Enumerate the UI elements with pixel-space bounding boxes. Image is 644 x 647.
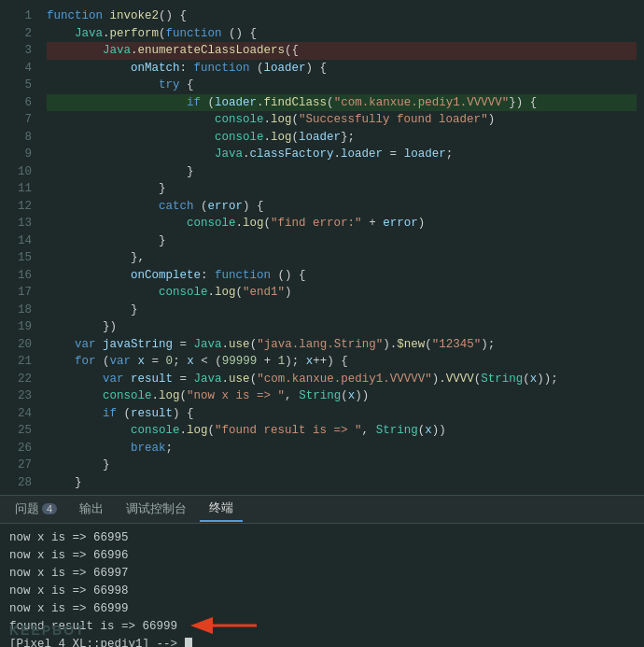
terminal-line: now x is => 66995 <box>9 529 635 547</box>
code-line: onMatch: function (loader) { <box>47 60 637 77</box>
code-line: onComplete: function () { <box>47 267 637 285</box>
terminal-line: now x is => 66996 <box>9 547 635 565</box>
code-line: console.log("find error:" + error) <box>47 215 637 232</box>
terminal-line: now x is => 66998 <box>9 583 635 600</box>
code-line: catch (error) { <box>47 198 637 216</box>
code-line: if (result) { <box>47 405 637 423</box>
terminal-line: [Pixel 4 XL::pediy1] --> <box>9 636 635 647</box>
code-line: } <box>47 302 637 319</box>
tab-问题[interactable]: 问题4 <box>6 498 66 521</box>
tabs-bar: 问题4输出调试控制台终端 <box>0 496 644 524</box>
terminal-line: found result is => 66999 <box>9 618 635 636</box>
code-line: } <box>47 180 637 198</box>
terminal-line: now x is => 66999 <box>9 600 635 618</box>
terminal-output: now x is => 66995now x is => 66996now x … <box>0 524 644 647</box>
code-editor: 1234567891011121314151617181920212223242… <box>0 0 644 495</box>
watermark: KEEPBOT <box>9 623 86 638</box>
code-line: try { <box>47 77 637 94</box>
code-line: console.log("now x is => ", String(x)) <box>47 387 637 405</box>
code-line: Java.enumerateClassLoaders({ <box>47 42 637 60</box>
line-numbers: 1234567891011121314151617181920212223242… <box>0 0 43 495</box>
editor-container: 1234567891011121314151617181920212223242… <box>0 0 644 647</box>
tab-输出[interactable]: 输出 <box>70 498 113 521</box>
code-line: var result = Java.use("com.kanxue.pediy1… <box>47 371 637 388</box>
code-line: Java.perform(function () { <box>47 25 637 43</box>
tab-终端[interactable]: 终端 <box>200 497 243 522</box>
code-line: } <box>47 163 637 181</box>
code-line: }, <box>47 249 637 267</box>
code-content: function invoke2() { Java.perform(functi… <box>43 0 644 495</box>
cursor <box>185 638 192 647</box>
code-line: break; <box>47 440 637 457</box>
code-line: console.log("found result is => ", Strin… <box>47 422 637 440</box>
code-line: Java.classFactory.loader = loader; <box>47 146 637 163</box>
code-line: } <box>47 474 637 492</box>
tab-调试控制台[interactable]: 调试控制台 <box>117 498 196 521</box>
code-line: } <box>47 457 637 474</box>
code-line: console.log("Successfully found loader") <box>47 111 637 129</box>
code-line: console.log(loader}; <box>47 129 637 147</box>
terminal-line: now x is => 66997 <box>9 565 635 583</box>
code-line: for (var x = 0; x < (99999 + 1); x++) { <box>47 353 637 371</box>
code-line: var javaString = Java.use("java.lang.Str… <box>47 336 637 354</box>
bottom-panel: 问题4输出调试控制台终端 now x is => 66995now x is =… <box>0 495 644 647</box>
code-line: } <box>47 232 637 250</box>
code-line: function invoke2() { <box>47 7 637 25</box>
code-line: }) <box>47 318 637 336</box>
code-line: if (loader.findClass("com.kanxue.pediy1.… <box>47 94 637 112</box>
code-line: console.log("end1") <box>47 284 637 302</box>
